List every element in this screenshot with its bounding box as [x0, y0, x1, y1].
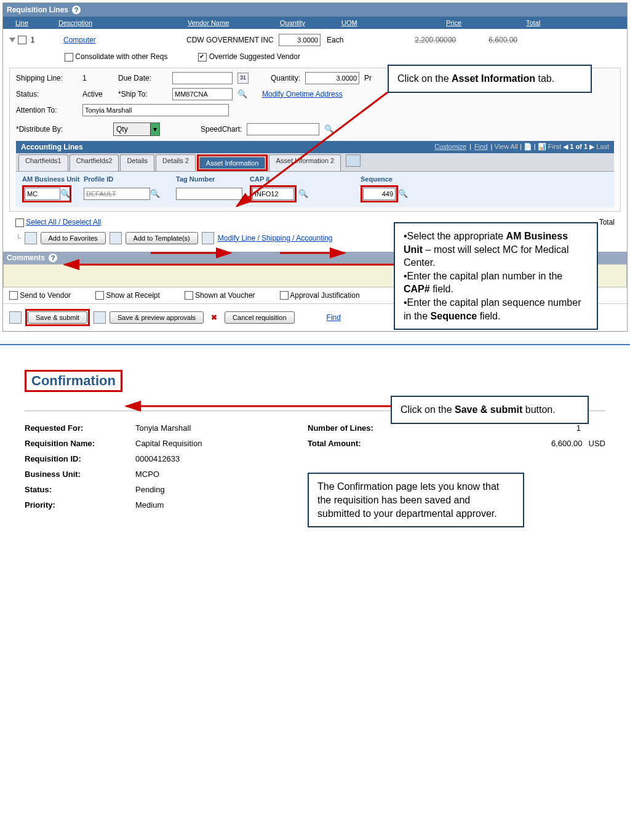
- accounting-lines-title: Accounting Lines: [21, 143, 83, 151]
- comments-title: Comments: [7, 254, 45, 262]
- override-check[interactable]: Override Suggested Vendor: [198, 52, 300, 62]
- requested-for-val: Tonyia Marshall: [135, 423, 191, 433]
- add-to-template-button[interactable]: Add to Template(s): [126, 232, 198, 244]
- attention-label: Attention To:: [16, 106, 78, 114]
- line-checkbox[interactable]: [18, 36, 26, 44]
- line-number: 1: [26, 36, 39, 44]
- due-date-input[interactable]: [172, 72, 233, 84]
- line-qty-input[interactable]: [279, 34, 321, 46]
- find-link[interactable]: Find: [474, 143, 487, 150]
- profile-id-input[interactable]: [84, 188, 150, 200]
- columns-header: Line Description Vendor Name Quantity UO…: [3, 17, 627, 29]
- customize-link[interactable]: Customize: [434, 143, 466, 150]
- tab-chartfields1[interactable]: Chartfields1: [18, 154, 68, 171]
- section-divider: [0, 344, 630, 345]
- help-icon[interactable]: ?: [72, 6, 81, 14]
- total-amount-label: Total Amount:: [308, 439, 412, 448]
- modify-line-link[interactable]: Modify Line / Shipping / Accounting: [218, 234, 333, 242]
- shown-at-voucher-check[interactable]: Shown at Voucher: [185, 291, 255, 300]
- conf-status-val: Pending: [135, 485, 165, 494]
- speedchart-input[interactable]: [247, 123, 319, 135]
- lookup-icon[interactable]: 🔍: [237, 90, 246, 98]
- save-preview-button[interactable]: Save & preview approvals: [110, 311, 204, 324]
- num-lines-label: Number of Lines:: [308, 423, 412, 433]
- send-to-vendor-check[interactable]: Send to Vendor: [9, 291, 71, 300]
- tab-details[interactable]: Details: [120, 154, 154, 171]
- am-lookup-icon[interactable]: 🔍: [60, 190, 69, 198]
- approval-justification-check[interactable]: Approval Justification: [280, 291, 360, 300]
- asset-info-row: AM Business Unit Profile ID Tag Number C…: [16, 172, 614, 207]
- show-all-columns-icon[interactable]: [346, 154, 361, 167]
- attention-input[interactable]: [82, 104, 229, 116]
- conf-status-label: Status:: [25, 485, 135, 494]
- am-bu-input[interactable]: [25, 188, 60, 200]
- shipping-line-label: Shipping Line:: [16, 74, 78, 82]
- viewall-link: View All: [495, 143, 518, 150]
- cancel-x-icon: ✖: [207, 313, 221, 322]
- callout-save-submit: Click on the Save & submit button.: [391, 396, 589, 424]
- priority-val: Medium: [135, 500, 164, 510]
- comments-help-icon[interactable]: ?: [49, 254, 57, 262]
- modify-onetime-link[interactable]: Modify Onetime Address: [262, 90, 343, 98]
- shipto-label: *Ship To:: [118, 90, 167, 98]
- col-cap-num: CAP #: [250, 175, 361, 183]
- profile-lookup-icon[interactable]: 🔍: [150, 190, 159, 198]
- callout-am-bu: •Select the appropriate AM Business Unit…: [394, 222, 598, 330]
- total-amount-val: 6,600.00: [412, 439, 589, 448]
- line-description-link[interactable]: Computer: [63, 36, 186, 44]
- status-val: Active: [82, 90, 113, 98]
- col-total[interactable]: Total: [526, 19, 575, 26]
- cancel-requisition-button[interactable]: Cancel requisition: [225, 311, 294, 324]
- col-sequence: Sequence: [361, 175, 410, 183]
- pr-label: Pr: [364, 74, 372, 82]
- cap-number-input[interactable]: [252, 188, 294, 200]
- consolidate-check[interactable]: Consolidate with other Reqs: [65, 52, 167, 62]
- callout-asset-info: Click on the Asset Information tab.: [388, 65, 592, 93]
- col-am-bu: AM Business Unit: [22, 175, 84, 183]
- sequence-input[interactable]: [363, 188, 396, 200]
- tab-details2[interactable]: Details 2: [156, 154, 196, 171]
- accounting-tabs: Chartfields1 Chartfields2 Details Detail…: [16, 153, 614, 172]
- save-submit-button[interactable]: Save & submit: [28, 311, 87, 324]
- show-at-receipt-check[interactable]: Show at Receipt: [95, 291, 160, 300]
- bu-val: MCPO: [135, 470, 159, 479]
- shipto-input[interactable]: [172, 88, 233, 100]
- req-id-label: Requisition ID:: [25, 454, 135, 463]
- speedchart-lookup-icon[interactable]: 🔍: [324, 125, 333, 134]
- ship-qty-label: Quantity:: [271, 74, 300, 82]
- grid-links: Customize | Find | View All | 📄 | 📊 Firs…: [433, 143, 609, 151]
- bu-label: Business Unit:: [25, 470, 135, 479]
- col-line[interactable]: Line: [3, 19, 58, 26]
- col-uom[interactable]: UOM: [341, 19, 446, 26]
- tab-asset-information[interactable]: Asset Information: [199, 157, 266, 169]
- confirmation-title: Confirmation: [31, 373, 116, 388]
- num-lines-val: 1: [412, 423, 605, 433]
- distribute-select[interactable]: Qty▾: [113, 122, 160, 136]
- confirmation-section: Confirmation Requested For:Tonyia Marsha…: [0, 358, 630, 540]
- currency-val: USD: [589, 439, 605, 448]
- tag-number-input[interactable]: [176, 188, 242, 200]
- calendar-icon[interactable]: 31: [237, 73, 249, 84]
- seq-lookup-icon[interactable]: 🔍: [398, 190, 407, 198]
- select-all-link[interactable]: Select All / Deselect All: [15, 218, 101, 227]
- tab-chartfields2[interactable]: Chartfields2: [70, 154, 119, 171]
- col-quantity[interactable]: Quantity: [280, 19, 341, 26]
- status-label: Status:: [16, 90, 78, 98]
- ship-qty-input[interactable]: [305, 72, 359, 84]
- last-link: Last: [596, 143, 609, 150]
- template-icon: [110, 232, 122, 244]
- col-price[interactable]: Price: [446, 19, 526, 26]
- expand-icon[interactable]: [9, 38, 15, 42]
- line-uom: Each: [321, 36, 364, 44]
- cap-lookup-icon[interactable]: 🔍: [298, 190, 307, 198]
- col-vendor[interactable]: Vendor Name: [188, 19, 280, 26]
- tab-asset-information2[interactable]: Asset Information 2: [269, 154, 341, 171]
- line-1-row: 1 Computer CDW GOVERNMENT INC Each 2,200…: [9, 34, 621, 46]
- pager-text: 1 of 1: [570, 143, 588, 150]
- line-vendor: CDW GOVERNMENT INC: [186, 36, 279, 44]
- requisition-lines-bar: Requisition Lines ?: [3, 3, 627, 17]
- col-description[interactable]: Description: [58, 19, 188, 26]
- find-more-link[interactable]: Find: [327, 313, 341, 322]
- add-to-favorites-button[interactable]: Add to Favorites: [41, 232, 106, 244]
- modify-icon: [202, 232, 214, 244]
